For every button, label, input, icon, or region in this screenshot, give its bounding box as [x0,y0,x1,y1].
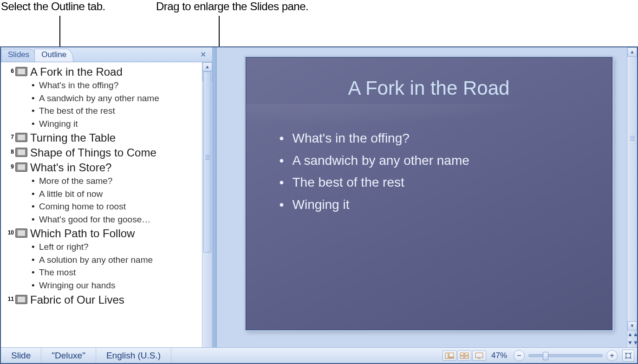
outline-slide-title[interactable]: Which Path to Follow [30,227,135,240]
svg-rect-4 [465,353,469,355]
outline-bullet[interactable]: More of the same? [32,175,200,188]
slide-bullets[interactable]: What's in the offing?A sandwich by any o… [280,127,612,215]
outline-bullet[interactable]: The most [32,266,200,279]
slide-icon[interactable] [15,295,27,304]
slide-canvas[interactable]: A Fork in the Road What's in the offing?… [246,57,612,330]
outline-bullet[interactable]: What's good for the goose… [32,213,200,226]
tab-outline[interactable]: Outline [34,49,73,62]
status-theme[interactable]: "Deluxe" [41,348,96,363]
outline-scrollbar[interactable]: ▲ ▼ [202,62,212,347]
svg-rect-2 [449,358,454,358]
slides-outline-pane: Slides Outline ✕ 6A Fork in the RoadWhat… [1,47,214,347]
svg-rect-3 [460,353,464,355]
svg-rect-0 [445,353,448,358]
slide-bullet[interactable]: Winging it [280,194,612,216]
outline-bullet[interactable]: What's in the offing? [32,79,200,92]
zoom-out-button[interactable]: − [514,350,525,361]
svg-rect-1 [449,353,454,357]
outline-slide-title[interactable]: Fabric of Our Lives [30,293,124,307]
zoom-in-button[interactable]: + [606,350,618,361]
outline-slide-number: 6 [3,65,14,74]
slide-canvas-wrap[interactable]: A Fork in the Road What's in the offing?… [217,47,627,347]
slide-scroll-down[interactable]: ▼ [627,321,637,331]
outline-slide-number: 11 [3,293,14,302]
svg-rect-7 [475,353,483,358]
zoom-value[interactable]: 47% [487,351,512,360]
slide-scroll-track[interactable] [627,57,637,321]
svg-rect-6 [465,356,469,358]
sorter-view-button[interactable] [457,351,471,361]
outline-bullet[interactable]: A solution by any other name [32,254,200,266]
status-mode[interactable]: Slide [1,348,41,363]
svg-rect-5 [460,356,464,358]
annotation-outline-tab: Select the Outline tab. [1,0,105,13]
normal-view-button[interactable] [443,351,456,361]
outline-bullet[interactable]: Coming home to roost [32,200,200,213]
tab-slides[interactable]: Slides [1,49,36,62]
slide-bullet[interactable]: The best of the rest [280,171,612,194]
status-bar: Slide "Deluxe" English (U.S.) 47% − + [1,347,637,363]
pane-tab-strip: Slides Outline ✕ [1,47,212,62]
outline-slide-title[interactable]: What's in Store? [30,161,111,175]
fit-to-window-button[interactable] [622,350,634,362]
slide-editor-area: A Fork in the Road What's in the offing?… [217,47,637,347]
outline-slide-title[interactable]: Turning the Table [30,131,116,145]
slide-icon[interactable] [15,67,27,76]
prev-slide-button[interactable]: ▲▲ [627,332,637,339]
slideshow-view-button[interactable] [472,351,486,361]
powerpoint-window: Slides Outline ✕ 6A Fork in the RoadWhat… [0,46,638,364]
slide-bullet[interactable]: A sandwich by any other name [280,150,612,172]
outline-slide-number: 7 [3,131,14,140]
outline-bullet[interactable]: Winging it [32,117,200,130]
outline-bullet[interactable]: A sandwich by any other name [32,92,200,105]
outline-bullet[interactable]: The best of the rest [32,104,200,117]
zoom-slider-thumb[interactable] [543,352,548,360]
scroll-thumb[interactable] [203,72,211,253]
slide-scroll-thumb[interactable] [627,57,637,104]
scroll-up-button[interactable]: ▲ [202,62,212,72]
outline-bullet[interactable]: A little bit of now [32,188,200,201]
outline-slide-title[interactable]: Shape of Things to Come [30,146,156,160]
outline-bullet[interactable]: Wringing our hands [32,279,200,292]
slide-title[interactable]: A Fork in the Road [246,58,612,99]
outline-slide-number: 10 [3,227,14,236]
zoom-slider[interactable] [528,354,603,357]
annotation-drag-pane: Drag to enlarge the Slides pane. [156,0,308,13]
slide-scroll-up[interactable]: ▲ [627,47,637,57]
slide-icon[interactable] [15,228,27,238]
outline-slide-number: 8 [3,146,14,155]
slide-scrollbar[interactable]: ▲ ▼ ▲▲ ▼▼ [627,47,637,347]
slide-icon[interactable] [15,162,27,172]
outline-scroll-area[interactable]: 6A Fork in the RoadWhat's in the offing?… [1,62,202,347]
outline-body: 6A Fork in the RoadWhat's in the offing?… [1,62,212,347]
close-pane-button[interactable]: ✕ [200,50,208,58]
outline-bullet[interactable]: Left or right? [32,240,200,254]
next-slide-button[interactable]: ▼▼ [627,340,637,347]
annotation-line [59,16,60,46]
scroll-track[interactable] [202,72,212,338]
slide-icon[interactable] [15,133,27,142]
status-language[interactable]: English (U.S.) [96,348,171,363]
outline-slide-title[interactable]: A Fork in the Road [30,65,123,79]
work-area: Slides Outline ✕ 6A Fork in the RoadWhat… [1,47,637,347]
slide-icon[interactable] [15,148,27,157]
outline-slide-number: 9 [3,161,14,170]
slide-bullet[interactable]: What's in the offing? [280,127,612,150]
